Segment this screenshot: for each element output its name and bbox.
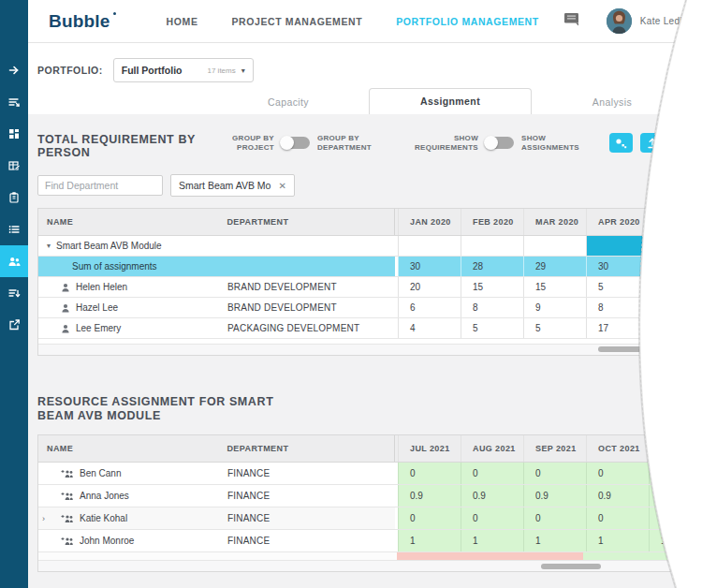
top-right-cluster: Kate Ledbe	[563, 8, 691, 34]
horizontal-scrollbar[interactable]	[38, 345, 649, 355]
col-department[interactable]: DEPARTMENT	[219, 209, 394, 235]
assignment-cell: 0	[461, 463, 523, 484]
col-month-3[interactable]: SEP 2021	[523, 435, 586, 462]
horizontal-scrollbar[interactable]	[38, 561, 702, 571]
filter-chip-label: Smart Beam AVB Mo	[179, 180, 271, 191]
col-month-1[interactable]: JAN 2020	[398, 209, 461, 235]
export-icon[interactable]	[0, 309, 28, 341]
chat-icon[interactable]	[563, 12, 580, 30]
group-by-department-label: GROUP BY DEPARTMENT	[317, 134, 390, 152]
app-window: Bubble HOME PROJECT MANAGEMENT PORTFOLIO…	[0, 0, 702, 588]
nav-project-management[interactable]: PROJECT MANAGEMENT	[232, 16, 363, 27]
col-month-5[interactable]	[649, 435, 702, 462]
table-row[interactable]: Lee Emery PACKAGING DEVELOPMENT 4 5 5 17	[38, 318, 649, 339]
person-dept: BRAND DEVELOPMENT	[220, 277, 395, 297]
app-logo[interactable]: Bubble	[49, 11, 110, 32]
user-name[interactable]: Kate Ledbe	[640, 16, 691, 26]
value-cell: 9	[523, 298, 586, 317]
table-row[interactable]: Helen Helen BRAND DEVELOPMENT 20 15 15 5	[38, 277, 649, 298]
share-button[interactable]	[609, 133, 633, 153]
sum-value: 30	[586, 257, 649, 276]
find-department-input[interactable]	[37, 175, 163, 196]
table-actions	[609, 133, 695, 153]
clipboard-icon[interactable]	[0, 182, 28, 213]
assignment-cell: 0	[398, 507, 461, 529]
people-resources-icon[interactable]	[0, 245, 28, 277]
sort-descending-icon[interactable]	[0, 277, 28, 309]
person-name: Anna Jones	[80, 491, 129, 501]
assignment-cell: 0	[586, 463, 649, 484]
portfolio-select[interactable]: Full Portfolio 17 items ▾	[113, 58, 254, 82]
highlighted-cell[interactable]	[586, 236, 649, 256]
assign-person-icon	[61, 492, 74, 501]
filter-row: Smart Beam AVB Mo ✕	[37, 174, 702, 197]
section2-title: RESOURCE ASSIGNMENT FOR SMART BEAM AVB M…	[37, 395, 292, 423]
assignment-cell: 1	[523, 530, 586, 551]
col-month-1[interactable]: JUL 2021	[398, 435, 461, 462]
assignment-cell: 0	[649, 463, 702, 484]
table-row[interactable]: Hazel Lee BRAND DEVELOPMENT 6 8 9 8	[38, 298, 649, 318]
nav-portfolio-management[interactable]: PORTFOLIO MANAGEMENT	[396, 16, 539, 27]
show-toggle[interactable]	[486, 137, 514, 149]
col-month-2[interactable]: FEB 2020	[461, 209, 523, 235]
value-cell: 5	[523, 318, 586, 338]
app-logo-text: Bubble	[49, 11, 110, 31]
chevron-down-icon[interactable]: ▾	[47, 242, 51, 250]
col-name[interactable]: NAME	[38, 435, 219, 462]
assignment-cell: 0	[523, 463, 586, 484]
col-month-4[interactable]: OCT 2021	[586, 435, 649, 462]
table-row[interactable]: Ben Cann FINANCE 0 0 0 0 0	[38, 463, 702, 485]
list-collapse-icon[interactable]	[0, 86, 28, 118]
group-row[interactable]: ▾Smart Beam AVB Module	[38, 236, 649, 257]
toggle-knob	[484, 136, 498, 150]
sum-row[interactable]: Sum of assignments 30 28 29 30	[38, 257, 649, 277]
person-dept: FINANCE	[220, 463, 395, 484]
person-name: John Monroe	[80, 536, 134, 546]
sum-value: 28	[461, 257, 523, 276]
sum-value: 30	[398, 257, 461, 276]
value-cell: 5	[586, 277, 649, 297]
group-by-toggle[interactable]	[282, 137, 310, 149]
expand-arrow-icon[interactable]	[0, 54, 28, 86]
upload-button[interactable]	[640, 133, 664, 153]
section1-title: TOTAL REQUIREMENT BY PERSON	[37, 133, 226, 159]
table-row[interactable]: ›Katie Kohal FINANCE 0 0 0 0 0.9	[38, 507, 702, 530]
table-row[interactable]: Anna Jones FINANCE 0.9 0.9 0.9 0.9 0.9	[38, 485, 702, 507]
list-icon[interactable]	[0, 213, 28, 245]
assignment-cell: 1	[586, 530, 649, 551]
tab-capacity[interactable]: Capacity	[208, 91, 369, 114]
table-edit-icon[interactable]	[0, 150, 28, 182]
assignment-cell: 0.9	[649, 507, 702, 529]
col-name[interactable]: NAME	[38, 209, 219, 235]
table-row[interactable]: John Monroe FINANCE 1 1 1 1 1	[38, 530, 702, 552]
col-month-4[interactable]: APR 2020	[586, 209, 649, 235]
value-cell: 20	[398, 277, 461, 297]
scrollbar-thumb[interactable]	[598, 346, 645, 352]
assignment-cell: 1	[398, 530, 461, 551]
tab-analysis[interactable]: Analysis	[532, 91, 693, 114]
col-department[interactable]: DEPARTMENT	[219, 435, 394, 462]
assign-person-icon	[61, 469, 74, 478]
assignment-cell: 0.9	[461, 485, 523, 507]
col-month-3[interactable]: MAR 2020	[523, 209, 586, 235]
col-month-2[interactable]: AUG 2021	[461, 435, 523, 462]
scrollbar-thumb[interactable]	[541, 564, 601, 569]
download-icon	[678, 138, 689, 149]
person-dept: FINANCE	[220, 530, 395, 551]
tab-assignment[interactable]: Assignment	[369, 88, 532, 114]
dashboard-icon[interactable]	[0, 118, 28, 150]
portfolio-label: PORTFOLIO:	[37, 65, 103, 76]
value-cell: 8	[586, 298, 649, 317]
registered-mark	[113, 12, 116, 15]
table-header: NAME DEPARTMENT JAN 2020 FEB 2020 MAR 20…	[38, 209, 649, 236]
assignment-cell: 1	[649, 530, 702, 551]
filter-chip[interactable]: Smart Beam AVB Mo ✕	[170, 174, 295, 197]
avatar[interactable]	[607, 8, 632, 34]
chevron-right-icon[interactable]: ›	[42, 514, 45, 523]
nav-home[interactable]: HOME	[167, 16, 198, 27]
view-controls: GROUP BY PROJECT GROUP BY DEPARTMENT SHO…	[226, 133, 695, 153]
show-assignments-label: SHOW ASSIGNMENTS	[521, 134, 596, 152]
download-button[interactable]	[671, 133, 695, 153]
assignment-cell: 0	[523, 507, 586, 529]
close-icon[interactable]: ✕	[278, 181, 285, 191]
